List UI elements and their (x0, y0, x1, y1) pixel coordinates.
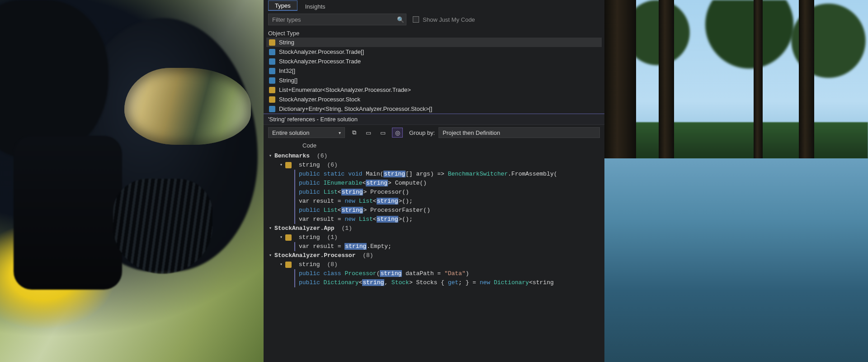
references-toolbar: Entire solution ▾ ⧉ ▭ ▭ ◎ Group by: Proj… (264, 125, 604, 140)
tree-trunk-shape (754, 0, 763, 362)
code-line[interactable]: var result = new List<string>(); (268, 215, 600, 224)
class-icon (285, 162, 292, 168)
tab-types[interactable]: Types (268, 0, 297, 11)
tree-trunk-shape (659, 0, 674, 362)
group-by-combo[interactable]: Project then Definition (439, 127, 600, 138)
references-title: 'String' references - Entire solution (264, 114, 604, 125)
type-row[interactable]: StockAnalyzer.Processor.Trade (266, 57, 602, 66)
tree-group[interactable]: ▾ StockAnalyzer.Processor (8) (268, 251, 600, 260)
tree-trunk-shape (799, 0, 814, 362)
caret-down-icon: ▾ (279, 161, 283, 170)
code-line[interactable]: public List<string> Processor() (268, 188, 600, 197)
code-line[interactable]: public Dictionary<string, Stock> Stocks … (268, 278, 600, 287)
references-panel: 'String' references - Entire solution En… (264, 114, 604, 292)
array-icon (269, 77, 275, 84)
class-icon (285, 262, 292, 268)
type-row[interactable]: String[] (266, 76, 602, 85)
type-row[interactable]: List+Enumerator<StockAnalyzer.Processor.… (266, 85, 602, 95)
code-line[interactable]: public List<string> ProcessorFaster() (268, 206, 600, 215)
tree-trunk-shape (604, 0, 636, 362)
caret-down-icon: ▾ (268, 224, 273, 233)
scope-combo[interactable]: Entire solution ▾ (268, 127, 345, 138)
tabstrip: Types Insights (264, 0, 604, 11)
class-icon (269, 96, 275, 103)
prev-button[interactable]: ▭ (363, 128, 374, 138)
caret-down-icon: ▾ (268, 251, 273, 260)
checkbox-box-icon (413, 16, 419, 23)
class-icon (285, 234, 292, 241)
type-row[interactable]: StockAnalyzer.Processor.Trade[] (266, 47, 602, 57)
code-column-header: Code (264, 140, 604, 151)
wooden-stairs-shape (633, 273, 842, 350)
class-icon (269, 87, 275, 93)
code-line[interactable]: var result = new List<string>(); (268, 197, 600, 206)
tree-subgroup[interactable]: ▾ string (1) (268, 233, 600, 242)
class-icon (269, 58, 275, 65)
tree-group[interactable]: ▾ Benchmarks (6) (268, 152, 600, 161)
filter-types-box[interactable]: 🔍 (268, 14, 406, 25)
array-icon (269, 106, 275, 112)
caret-down-icon: ▾ (279, 260, 283, 269)
tab-insights[interactable]: Insights (298, 1, 332, 11)
code-line[interactable]: public class Processor(string dataPath =… (268, 269, 600, 278)
photo-lake (604, 0, 868, 362)
chevron-down-icon: ▾ (339, 130, 341, 135)
array-icon (269, 49, 275, 55)
water-reflection-shape (604, 158, 868, 217)
show-my-code-checkbox[interactable]: Show Just My Code (413, 16, 475, 23)
search-icon[interactable]: 🔍 (395, 16, 406, 23)
tree-subgroup[interactable]: ▾ string (6) (268, 161, 600, 170)
type-row[interactable]: Dictionary+Entry<String, StockAnalyzer.P… (266, 104, 602, 114)
caret-down-icon: ▾ (268, 152, 273, 161)
paintball-marker-shape (14, 136, 122, 290)
caret-down-icon: ▾ (279, 233, 283, 242)
paintball-mask-vents-shape (113, 179, 212, 274)
paintball-hopper-shape (0, 0, 108, 158)
object-type-header: Object Type (264, 28, 604, 38)
type-row[interactable]: String (266, 38, 602, 47)
type-list: String StockAnalyzer.Processor.Trade[] S… (264, 38, 604, 114)
tree-subgroup[interactable]: ▾ string (8) (268, 260, 600, 269)
dock-shape (679, 215, 779, 246)
filter-types-input[interactable] (269, 16, 395, 23)
type-row[interactable]: StockAnalyzer.Processor.Stock (266, 95, 602, 104)
tree-canopy-shape (604, 0, 868, 81)
photo-paintball (0, 0, 264, 362)
tree-group[interactable]: ▾ StockAnalyzer.App (1) (268, 224, 600, 233)
class-icon (269, 39, 275, 46)
show-my-code-label: Show Just My Code (423, 16, 475, 23)
reference-tree: ▾ Benchmarks (6) ▾ string (6) public sta… (264, 151, 604, 292)
array-icon (269, 68, 275, 74)
group-by-label: Group by: (406, 129, 435, 136)
memory-analyzer-panel: Types Insights 🔍 Show Just My Code Objec… (264, 0, 604, 362)
code-line[interactable]: public IEnumerable<string> Compute() (268, 179, 600, 188)
next-button[interactable]: ▭ (377, 128, 388, 138)
code-line[interactable]: public static void Main(string[] args) =… (268, 170, 600, 179)
code-line[interactable]: var result = string.Empty; (268, 242, 600, 251)
highlight-toggle[interactable]: ◎ (392, 128, 403, 138)
copy-button[interactable]: ⧉ (349, 128, 359, 138)
type-row[interactable]: Int32[] (266, 66, 602, 76)
